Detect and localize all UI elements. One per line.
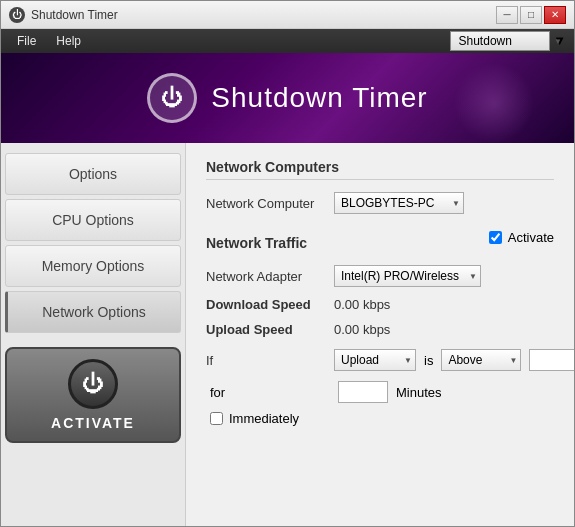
app-title: Shutdown Timer (211, 82, 427, 114)
upload-speed-label: Upload Speed (206, 322, 326, 337)
network-adapter-select-wrap: Intel(R) PRO/Wireless (334, 265, 481, 287)
window-icon: ⏻ (9, 7, 25, 23)
menu-items: File Help (9, 32, 89, 50)
activate-button[interactable]: ⏻ ACTIVATE (5, 347, 181, 443)
action-select-wrapper: Shutdown Restart Hibernate Sleep Log Off… (450, 31, 566, 51)
is-select-wrap: Above Below (441, 349, 521, 371)
minutes-label: Minutes (396, 385, 442, 400)
window-title: Shutdown Timer (31, 8, 496, 22)
upload-speed-value: 0.00 kbps (334, 322, 390, 337)
minimize-button[interactable]: ─ (496, 6, 518, 24)
network-adapter-select[interactable]: Intel(R) PRO/Wireless (334, 265, 481, 287)
window-controls: ─ □ ✕ (496, 6, 566, 24)
sidebar: Options CPU Options Memory Options Netwo… (1, 143, 186, 526)
activate-checkbox-area: Activate (489, 230, 554, 245)
immediately-row: Immediately (206, 411, 554, 426)
for-row: for Minutes (206, 381, 554, 403)
sidebar-item-network-options[interactable]: Network Options (5, 291, 181, 333)
network-adapter-label: Network Adapter (206, 269, 326, 284)
content-panel: Network Computers Network Computer BLOGB… (186, 143, 574, 526)
if-select[interactable]: Upload Download (334, 349, 416, 371)
title-bar: ⏻ Shutdown Timer ─ □ ✕ (1, 1, 574, 29)
network-traffic-header: Network Traffic Activate (206, 230, 554, 255)
network-computer-select-wrap: BLOGBYTES-PC (334, 192, 464, 214)
activate-checkbox-label: Activate (508, 230, 554, 245)
app-window: ⏻ Shutdown Timer ─ □ ✕ File Help Shutdow… (0, 0, 575, 527)
immediately-checkbox[interactable] (210, 412, 223, 425)
activate-checkbox[interactable] (489, 231, 502, 244)
if-is-row: If Upload Download is Above Below (206, 349, 554, 371)
is-label: is (424, 353, 433, 368)
network-traffic-title: Network Traffic (206, 235, 307, 251)
action-select[interactable]: Shutdown Restart Hibernate Sleep Log Off (450, 31, 550, 51)
kbps-value-input[interactable] (529, 349, 574, 371)
if-select-wrap: Upload Download (334, 349, 416, 371)
menu-bar: File Help Shutdown Restart Hibernate Sle… (1, 29, 574, 53)
upload-speed-row: Upload Speed 0.00 kbps (206, 322, 554, 337)
maximize-button[interactable]: □ (520, 6, 542, 24)
file-menu[interactable]: File (9, 32, 44, 50)
help-menu[interactable]: Help (48, 32, 89, 50)
network-computer-label: Network Computer (206, 196, 326, 211)
if-label: If (206, 353, 326, 368)
main-area: Options CPU Options Memory Options Netwo… (1, 143, 574, 526)
network-computer-row: Network Computer BLOGBYTES-PC (206, 192, 554, 214)
network-computers-title: Network Computers (206, 159, 554, 180)
activate-label: ACTIVATE (17, 415, 169, 431)
sidebar-item-memory-options[interactable]: Memory Options (5, 245, 181, 287)
for-label: for (210, 385, 330, 400)
minutes-input[interactable] (338, 381, 388, 403)
header-power-icon: ⏻ (147, 73, 197, 123)
header-banner: ⏻ Shutdown Timer (1, 53, 574, 143)
download-speed-row: Download Speed 0.00 kbps (206, 297, 554, 312)
is-select[interactable]: Above Below (441, 349, 521, 371)
download-speed-label: Download Speed (206, 297, 326, 312)
network-traffic-section: Network Traffic Activate Network Adapter… (206, 230, 554, 426)
sidebar-item-options[interactable]: Options (5, 153, 181, 195)
sidebar-item-cpu-options[interactable]: CPU Options (5, 199, 181, 241)
immediately-label: Immediately (229, 411, 299, 426)
header-content: ⏻ Shutdown Timer (147, 73, 427, 123)
activate-power-icon: ⏻ (68, 359, 118, 409)
close-button[interactable]: ✕ (544, 6, 566, 24)
network-adapter-row: Network Adapter Intel(R) PRO/Wireless (206, 265, 554, 287)
network-computer-select[interactable]: BLOGBYTES-PC (334, 192, 464, 214)
download-speed-value: 0.00 kbps (334, 297, 390, 312)
action-dropdown-wrapper: Shutdown Restart Hibernate Sleep Log Off… (450, 31, 566, 51)
